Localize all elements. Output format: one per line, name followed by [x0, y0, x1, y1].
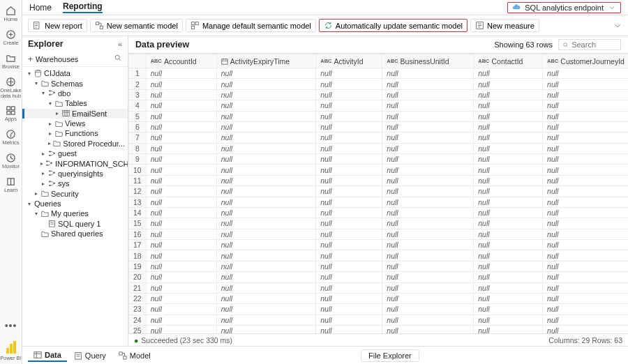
tree-node[interactable]: ▾dbo [22, 89, 128, 98]
cell[interactable]: null [216, 100, 316, 111]
cell[interactable]: null [474, 272, 543, 282]
cell[interactable]: null [474, 165, 543, 175]
cell[interactable]: null [382, 261, 474, 271]
tree-node[interactable]: ▾Tables [22, 98, 128, 108]
cell[interactable]: null [216, 282, 316, 293]
tree-node[interactable]: ▾My queries [22, 208, 128, 218]
column-header[interactable]: ABCCustomerJourneyId [543, 54, 628, 68]
cell[interactable]: null [146, 261, 216, 271]
search-input[interactable] [558, 39, 621, 50]
cell[interactable]: null [474, 154, 543, 165]
table-row[interactable]: 11nullnullnullnullnullnullnull [129, 175, 629, 185]
cell[interactable]: null [216, 314, 316, 325]
cell[interactable]: null [216, 165, 316, 175]
cell[interactable]: null [216, 261, 316, 271]
column-header[interactable]: ABCContactId [474, 54, 543, 68]
tree-node[interactable]: ▾CIJdata [22, 68, 128, 78]
table-row[interactable]: 20nullnullnullnullnullnullnull [129, 272, 629, 282]
cell[interactable]: null [316, 207, 382, 218]
new-measure-button[interactable]: New measure [470, 19, 539, 32]
cell[interactable]: null [382, 111, 474, 121]
cell[interactable]: null [146, 68, 216, 79]
column-header[interactable]: ABCBusinessUnitId [382, 54, 474, 68]
new-semantic-model-button[interactable]: New semantic model [90, 19, 183, 32]
cell[interactable]: null [216, 197, 316, 207]
cell[interactable]: null [382, 304, 474, 314]
cell[interactable]: null [382, 143, 474, 153]
rail-item-folder[interactable]: Browse [1, 50, 22, 74]
cell[interactable]: null [382, 121, 474, 132]
cell[interactable]: null [382, 175, 474, 185]
cell[interactable]: null [316, 132, 382, 143]
tab-home[interactable]: Home [29, 3, 52, 13]
cell[interactable]: null [216, 272, 316, 282]
chevron-down-icon[interactable] [613, 21, 622, 31]
cell[interactable]: null [543, 79, 628, 89]
tree-node[interactable]: SQL query 1 [22, 219, 128, 229]
cell[interactable]: null [146, 282, 216, 293]
cell[interactable]: null [316, 326, 382, 334]
cell[interactable]: null [316, 240, 382, 250]
grid-scroll[interactable]: ABCAccountIdActivityExpiryTimeABCActivit… [128, 53, 628, 333]
cell[interactable]: null [316, 229, 382, 239]
cell[interactable]: null [146, 207, 216, 218]
tree-node[interactable]: Shared queries [22, 229, 128, 238]
cell[interactable]: null [382, 165, 474, 175]
table-row[interactable]: 3nullnullnullnullnullnullnull [129, 89, 629, 100]
tree-node[interactable]: ▾Queries [22, 199, 128, 208]
cell[interactable]: null [474, 68, 543, 79]
cell[interactable]: null [543, 154, 628, 165]
table-row[interactable]: 13nullnullnullnullnullnullnull [129, 197, 629, 207]
table-row[interactable]: 5nullnullnullnullnullnullnull [129, 111, 629, 121]
rail-more-button[interactable]: ••• [5, 320, 17, 331]
warehouses-row[interactable]: + Warehouses [22, 52, 128, 67]
table-row[interactable]: 21nullnullnullnullnullnullnull [129, 282, 629, 293]
cell[interactable]: null [474, 175, 543, 185]
cell[interactable]: null [216, 293, 316, 303]
cell[interactable]: null [543, 240, 628, 250]
tree-node[interactable]: ▸Stored Procedur... [22, 139, 128, 149]
tree-node[interactable]: ▸EmailSent [22, 109, 128, 119]
cell[interactable]: null [382, 186, 474, 197]
cell[interactable]: null [543, 197, 628, 207]
cell[interactable]: null [543, 68, 628, 79]
tree-node[interactable]: ▸Functions [22, 128, 128, 138]
rail-item-plus-circle[interactable]: Create [1, 26, 22, 50]
cell[interactable]: null [382, 79, 474, 89]
cell[interactable]: null [316, 261, 382, 271]
cell[interactable]: null [146, 240, 216, 250]
cell[interactable]: null [146, 132, 216, 143]
cell[interactable]: null [543, 100, 628, 111]
cell[interactable]: null [474, 186, 543, 197]
cell[interactable]: null [146, 186, 216, 197]
powerbi-logo[interactable] [3, 338, 19, 354]
cell[interactable]: null [216, 89, 316, 100]
cell[interactable]: null [474, 111, 543, 121]
cell[interactable]: null [146, 250, 216, 261]
tree-node[interactable]: ▸Views [22, 119, 128, 128]
cell[interactable]: null [382, 197, 474, 207]
cell[interactable]: null [146, 79, 216, 89]
cell[interactable]: null [316, 314, 382, 325]
column-header[interactable]: ABCAccountId [146, 54, 216, 68]
column-header[interactable]: ActivityExpiryTime [216, 54, 316, 68]
table-row[interactable]: 6nullnullnullnullnullnullnull [129, 121, 629, 132]
cell[interactable]: null [382, 154, 474, 165]
cell[interactable]: null [474, 304, 543, 314]
cell[interactable]: null [474, 250, 543, 261]
table-row[interactable]: 24nullnullnullnullnullnullnull [129, 314, 629, 325]
cell[interactable]: null [316, 100, 382, 111]
cell[interactable]: null [382, 272, 474, 282]
cell[interactable]: null [382, 314, 474, 325]
cell[interactable]: null [543, 132, 628, 143]
rail-item-learn[interactable]: Learn [1, 174, 22, 197]
cell[interactable]: null [316, 121, 382, 132]
table-row[interactable]: 23nullnullnullnullnullnullnull [129, 304, 629, 314]
cell[interactable]: null [146, 154, 216, 165]
cell[interactable]: null [382, 207, 474, 218]
bottom-tab-model[interactable]: Model [113, 350, 156, 361]
cell[interactable]: null [382, 89, 474, 100]
cell[interactable]: null [216, 304, 316, 314]
table-row[interactable]: 8nullnullnullnullnullnullnull [129, 143, 629, 153]
cell[interactable]: null [474, 197, 543, 207]
